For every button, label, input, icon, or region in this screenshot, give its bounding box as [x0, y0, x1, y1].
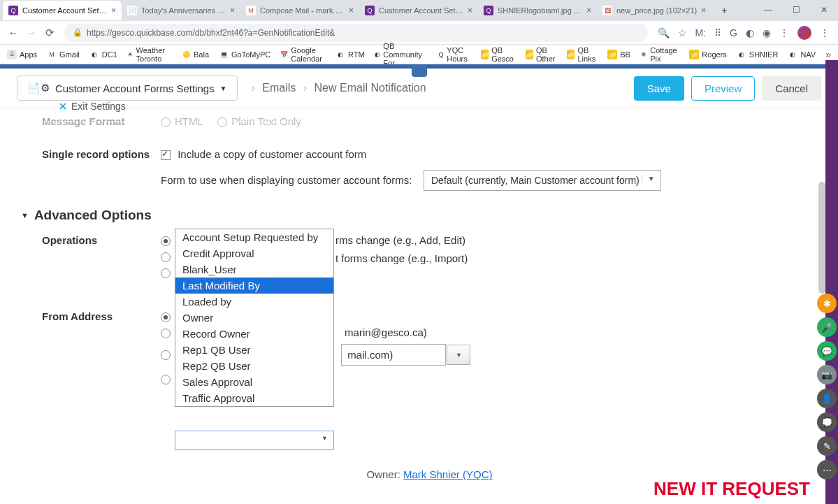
toolbar-icon-3[interactable]: ⠿	[714, 27, 721, 38]
exit-settings-link[interactable]: Exit Settings	[71, 101, 126, 112]
bookmark-1[interactable]: MGmail	[47, 50, 80, 59]
radio-op-3[interactable]	[161, 268, 171, 278]
toolbar-icon-1[interactable]: ☆	[678, 27, 687, 38]
bookmark-17[interactable]: ◐NAV	[788, 50, 816, 59]
bookmark-13[interactable]: 📁BB	[607, 50, 630, 59]
bookmark-2[interactable]: ◐DC1	[89, 50, 117, 59]
toolbar-icon-5[interactable]: ◐	[746, 27, 754, 38]
maximize-button[interactable]: ☐	[782, 0, 810, 20]
side-widget-icon-3[interactable]: 📷	[817, 365, 837, 384]
toolbar-icon-6[interactable]: ◉	[763, 27, 771, 38]
browser-tab-3[interactable]: QCustomer Account Setup Form×	[359, 1, 478, 20]
form-select[interactable]: Default (currently, Main Customer accoun…	[424, 170, 661, 191]
dropdown-option[interactable]: Traffic Approval	[175, 390, 333, 406]
user-field-dropdown[interactable]: Account Setup Requested byCredit Approva…	[175, 229, 334, 407]
minimize-button[interactable]: —	[754, 0, 782, 20]
bookmark-3[interactable]: ☀Weather Toronto	[127, 46, 171, 63]
new-tab-button[interactable]: +	[716, 5, 732, 16]
profile-avatar[interactable]	[797, 26, 811, 40]
browser-tab-1[interactable]: 📄Today's Anniversaries SHNIER (E×	[122, 1, 240, 20]
dropdown-option[interactable]: Rep2 QB User	[175, 358, 333, 374]
advanced-options-header[interactable]: ▼ Advanced Options	[21, 195, 817, 230]
forward-button[interactable]: →	[22, 24, 41, 42]
toolbar-icon-2[interactable]: M:	[695, 27, 707, 38]
dropdown-option[interactable]: Blank_User	[175, 261, 333, 278]
reload-button[interactable]: ⟳	[41, 24, 59, 42]
breadcrumb: › Emails › New Email Notification	[247, 82, 426, 94]
settings-dropdown-button[interactable]: 📄⚙ Customer Account Forms Settings ▼	[17, 75, 238, 101]
save-button[interactable]: Save	[634, 76, 684, 101]
combo-arrow[interactable]: ▼	[447, 345, 470, 365]
browser-tab-2[interactable]: MCompose Mail - mark.shnier@g×	[240, 1, 359, 20]
dropdown-option[interactable]: Owner	[175, 310, 333, 326]
browser-tab-4[interactable]: QSHNIERlogobisml.jpg (116×28)×	[478, 1, 597, 20]
toolbar-icon-0[interactable]: 🔍	[658, 27, 670, 38]
radio-html[interactable]	[161, 117, 171, 127]
checkbox-include-copy[interactable]	[161, 150, 171, 160]
side-widget-icon-7[interactable]: ⋯	[817, 460, 837, 480]
bookmark-9[interactable]: QYQC Hours	[438, 46, 471, 63]
close-window-button[interactable]: ✕	[810, 0, 838, 20]
bookmark-7[interactable]: ◐RTM	[335, 50, 365, 59]
dropdown-option[interactable]: Record Owner	[175, 326, 333, 342]
owner-label: Owner:	[366, 468, 403, 480]
upload-notch-icon: ⬆	[417, 66, 422, 74]
owner-link[interactable]: Mark Shnier (YQC)	[403, 468, 493, 480]
bookmarks-overflow[interactable]: »	[825, 49, 831, 60]
vertical-scrollbar[interactable]	[818, 182, 825, 294]
chrome-menu-button[interactable]: ⋮	[820, 27, 830, 38]
url-text: https://gesco.quickbase.com/db/bhxf2nt46…	[87, 28, 335, 38]
bookmark-11[interactable]: 📁QB Other	[526, 46, 558, 63]
close-icon[interactable]: ✕	[59, 101, 67, 112]
tab-close-icon[interactable]: ×	[468, 6, 472, 15]
side-widget-icon-4[interactable]: 👤	[817, 389, 837, 408]
dropdown-option[interactable]: Last Modified By	[175, 278, 333, 294]
op-text-2: t forms change (e.g., Import)	[335, 252, 468, 264]
side-widget-icon-1[interactable]: 🎤	[817, 317, 837, 337]
tab-close-icon[interactable]: ×	[230, 6, 235, 15]
bookmark-16[interactable]: ◐SHNIER	[737, 50, 779, 59]
dropdown-option[interactable]: Account Setup Requested by	[175, 229, 333, 245]
bookmark-0[interactable]: ⠿Apps	[7, 50, 37, 59]
radio-op-2[interactable]	[161, 252, 171, 262]
toolbar-icon-4[interactable]: G	[730, 27, 737, 38]
dropdown-option[interactable]: Rep1 QB User	[175, 342, 333, 358]
form-to-use-label: Form to use when displaying customer acc…	[161, 174, 412, 186]
dropdown-option[interactable]: Credit Approval	[175, 245, 333, 261]
side-widget-icon-6[interactable]: ✎	[817, 436, 837, 456]
tab-close-icon[interactable]: ×	[586, 6, 591, 15]
radio-plaintext[interactable]	[217, 117, 227, 127]
bookmark-15[interactable]: 📁Rogers	[689, 50, 726, 59]
tab-close-icon[interactable]: ×	[111, 6, 116, 15]
qb-top-strip: ⬆	[0, 64, 838, 69]
form-body: Message Format HTML Plain Text Only Sing…	[0, 111, 838, 490]
tab-close-icon[interactable]: ×	[349, 6, 354, 15]
tab-close-icon[interactable]: ×	[701, 6, 706, 15]
bookmark-5[interactable]: 💻GoToMyPC	[219, 50, 270, 59]
bookmark-12[interactable]: 📁QB Links	[567, 46, 598, 63]
from-address-combo[interactable]: mail.com) ▼	[341, 344, 446, 366]
bookmarks-bar: ⠿AppsMGmail◐DC1☀Weather Toronto🟡Bala💻GoT…	[0, 45, 838, 64]
header-buttons: Save Preview Cancel	[634, 76, 821, 101]
side-widget-icon-2[interactable]: 💬	[817, 341, 837, 361]
side-widget-icon-5[interactable]: 💭	[817, 412, 837, 432]
preview-button[interactable]: Preview	[691, 76, 755, 101]
dropdown-option[interactable]: Sales Approval	[175, 374, 333, 390]
bookmark-14[interactable]: ❄Cottage Pix	[640, 46, 680, 63]
toolbar-icon-7[interactable]: ⋮	[779, 27, 789, 38]
bookmark-8[interactable]: ◐QB Community For...	[375, 42, 428, 67]
side-widget-icon-0[interactable]: ✱	[817, 294, 837, 313]
browser-tab-5[interactable]: 🖼new_price.jpg (102×21)×	[597, 1, 711, 20]
bookmark-10[interactable]: 📁QB Gesco	[481, 46, 516, 63]
settings-button-label: Customer Account Forms Settings	[55, 82, 215, 94]
cancel-button[interactable]: Cancel	[762, 76, 821, 101]
breadcrumb-emails[interactable]: Emails	[262, 82, 296, 94]
radio-op-1[interactable]	[161, 236, 171, 246]
dropdown-option[interactable]: Loaded by	[175, 294, 333, 310]
bookmark-6[interactable]: 📅Google Calendar	[280, 46, 326, 63]
bookmark-4[interactable]: 🟡Bala	[181, 50, 209, 59]
back-button[interactable]: ←	[4, 24, 22, 42]
secondary-select[interactable]	[175, 431, 334, 450]
omnibox[interactable]: 🔒 https://gesco.quickbase.com/db/bhxf2nt…	[64, 24, 648, 42]
browser-tab-0[interactable]: QCustomer Account Setup Form -×	[3, 1, 122, 20]
